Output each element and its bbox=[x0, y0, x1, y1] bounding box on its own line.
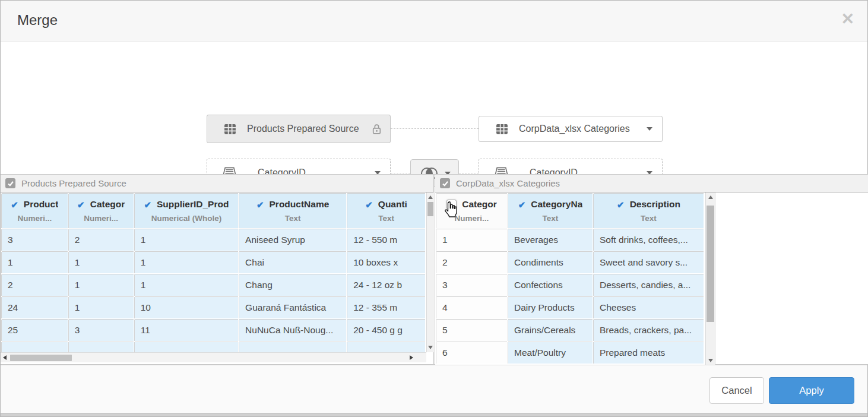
column-type: Numeri... bbox=[2, 214, 68, 223]
table-cell: 5 bbox=[436, 320, 507, 341]
column-type: Numeri... bbox=[69, 214, 134, 223]
dialog-footer: Cancel Apply bbox=[1, 365, 867, 414]
scrollbar-thumb[interactable] bbox=[10, 355, 72, 361]
left-table-checkbox[interactable] bbox=[5, 178, 15, 188]
background-window-strip bbox=[1, 413, 867, 416]
connector-line bbox=[391, 173, 410, 173]
column-type: Text bbox=[239, 214, 346, 223]
column-type: Text bbox=[508, 214, 593, 223]
column-header-quanti[interactable]: ✔QuantiText bbox=[347, 194, 425, 228]
connector-line bbox=[391, 128, 479, 129]
cancel-button[interactable]: Cancel bbox=[709, 377, 764, 404]
table-cell: 3 bbox=[436, 274, 507, 296]
table-cell: 11 bbox=[135, 320, 238, 341]
table-row: 1BeveragesSoft drinks, coffees,... bbox=[436, 229, 704, 251]
data-table-icon bbox=[224, 123, 236, 135]
scroll-down-icon[interactable] bbox=[428, 346, 433, 349]
column-header-productname[interactable]: ✔ProductNameText bbox=[239, 194, 346, 228]
column-header-categor[interactable]: CategorNumeri... bbox=[436, 194, 507, 228]
column-check-icon[interactable]: ✔ bbox=[518, 200, 526, 209]
right-data-grid: CategorNumeri...✔CategoryNaText✔Descript… bbox=[435, 192, 705, 365]
column-header-product[interactable]: ✔ProductNumeri... bbox=[2, 194, 68, 228]
table-cell: Condiments bbox=[508, 252, 593, 273]
right-table: CategorNumeri...✔CategoryNaText✔Descript… bbox=[435, 192, 705, 365]
column-check-icon[interactable]: ✔ bbox=[144, 200, 151, 209]
left-horizontal-scrollbar[interactable] bbox=[1, 352, 426, 362]
scroll-down-icon[interactable] bbox=[708, 359, 713, 362]
table-cell bbox=[347, 342, 425, 352]
table-cell bbox=[69, 342, 134, 352]
left-source-label: Products Prepared Source bbox=[247, 124, 359, 134]
column-type: Text bbox=[347, 214, 425, 223]
table-row: 111Chai10 boxes x bbox=[2, 252, 425, 273]
left-source-button[interactable]: Products Prepared Source bbox=[207, 115, 391, 143]
table-cell: 1 bbox=[69, 297, 134, 318]
column-name: Quanti bbox=[378, 199, 407, 210]
table-cell: Meat/Poultry bbox=[508, 342, 593, 364]
table-row: 5Grains/CerealsBreads, crackers, pa... bbox=[436, 320, 704, 341]
close-icon[interactable]: ✕ bbox=[841, 11, 854, 27]
table-cell: 25 bbox=[2, 320, 68, 341]
column-name: SupplierID_Prod bbox=[157, 199, 229, 210]
right-panel-titlebar: CorpData_xlsx Categories bbox=[435, 175, 868, 192]
table-cell: 24 bbox=[2, 297, 68, 318]
table-cell: 12 - 550 m bbox=[347, 229, 425, 251]
scrollbar-thumb[interactable] bbox=[427, 202, 433, 216]
lock-icon bbox=[372, 124, 382, 135]
right-table-panel: CorpData_xlsx Categories CategorNumeri..… bbox=[435, 175, 868, 364]
scroll-left-icon[interactable] bbox=[3, 355, 7, 360]
column-header-categoryna[interactable]: ✔CategoryNaText bbox=[508, 194, 593, 228]
table-cell: Chai bbox=[239, 252, 346, 273]
table-cell: Beverages bbox=[508, 229, 593, 251]
table-cell: Breads, crackers, pa... bbox=[594, 320, 704, 341]
data-table-icon bbox=[496, 123, 508, 135]
column-header-supplierid_prod[interactable]: ✔SupplierID_ProdNumerical (Whole) bbox=[135, 194, 238, 228]
table-row: 211Chang24 - 12 oz b bbox=[2, 274, 425, 296]
column-check-icon[interactable]: ✔ bbox=[77, 200, 85, 209]
table-cell: Cheeses bbox=[594, 297, 704, 318]
column-check-icon[interactable]: ✔ bbox=[256, 200, 264, 209]
right-source-label: CorpData_xlsx Categories bbox=[519, 124, 630, 134]
table-row: 25311NuNuCa Nuß-Noug...20 - 450 g g bbox=[2, 320, 425, 341]
table-row bbox=[2, 342, 425, 352]
scrollbar-thumb[interactable] bbox=[707, 206, 714, 322]
table-cell: 12 - 355 m bbox=[347, 297, 425, 318]
left-vertical-scrollbar[interactable] bbox=[426, 192, 434, 352]
table-cell: NuNuCa Nuß-Noug... bbox=[239, 320, 346, 341]
column-header-categor[interactable]: ✔CategorNumeri... bbox=[69, 194, 134, 228]
column-type: Numerical (Whole) bbox=[135, 214, 238, 223]
table-cell bbox=[239, 342, 346, 352]
column-name: ProductName bbox=[270, 199, 330, 210]
table-cell: 24 - 12 oz b bbox=[347, 274, 425, 296]
right-source-dropdown[interactable]: CorpData_xlsx Categories bbox=[479, 116, 663, 142]
scroll-up-icon[interactable] bbox=[708, 195, 713, 199]
column-name: Categor bbox=[462, 199, 497, 210]
scroll-up-icon[interactable] bbox=[428, 195, 433, 199]
column-header-description[interactable]: ✔DescriptionText bbox=[594, 194, 704, 228]
right-panel-title: CorpData_xlsx Categories bbox=[456, 178, 560, 188]
right-table-checkbox[interactable] bbox=[440, 178, 450, 188]
right-vertical-scrollbar[interactable] bbox=[705, 192, 715, 365]
column-checkbox-unchecked[interactable] bbox=[446, 200, 457, 210]
apply-button[interactable]: Apply bbox=[769, 377, 854, 404]
table-cell: 20 - 450 g g bbox=[347, 320, 425, 341]
table-row: 2CondimentsSweet and savory s... bbox=[436, 252, 704, 273]
left-table: ✔ProductNumeri...✔CategorNumeri...✔Suppl… bbox=[1, 192, 426, 352]
table-row: 4Dairy ProductsCheeses bbox=[436, 297, 704, 318]
table-cell bbox=[2, 342, 68, 352]
table-cell: Grains/Cereals bbox=[508, 320, 593, 341]
table-row: 24110Guaraná Fantástica12 - 355 m bbox=[2, 297, 425, 318]
column-name: CategoryNa bbox=[531, 199, 582, 210]
table-cell: 3 bbox=[2, 229, 68, 251]
table-cell: 1 bbox=[69, 274, 134, 296]
column-check-icon[interactable]: ✔ bbox=[365, 200, 373, 209]
column-check-icon[interactable]: ✔ bbox=[617, 200, 625, 209]
table-cell: 10 boxes x bbox=[347, 252, 425, 273]
table-cell: Aniseed Syrup bbox=[239, 229, 346, 251]
table-cell: 1 bbox=[135, 252, 238, 273]
column-check-icon[interactable]: ✔ bbox=[11, 200, 18, 209]
scroll-right-icon[interactable] bbox=[410, 355, 413, 360]
table-cell: Dairy Products bbox=[508, 297, 593, 318]
left-table-panel: Products Prepared Source ✔ProductNumeri.… bbox=[1, 175, 434, 364]
table-cell: Confections bbox=[508, 274, 593, 296]
